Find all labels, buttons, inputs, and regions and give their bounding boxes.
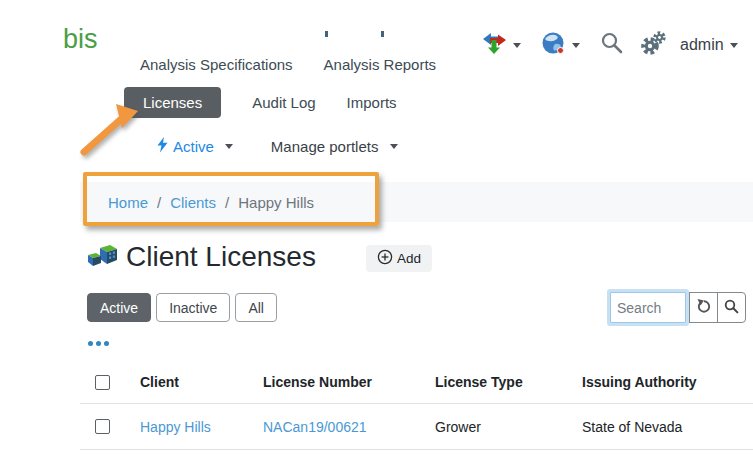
row-checkbox[interactable] [95, 419, 110, 434]
breadcrumb-home-link[interactable]: Home [108, 194, 148, 211]
globe-icon [541, 31, 566, 60]
language-menu-button[interactable] [541, 31, 580, 60]
header-client: Client [140, 374, 263, 390]
filter-inactive-button[interactable]: Inactive [156, 293, 230, 322]
breadcrumb-current: Happy Hills [238, 194, 314, 211]
workflow-menu-button[interactable] [481, 31, 521, 59]
filter-active-button[interactable]: Active [87, 293, 151, 322]
table-row: Happy Hills NACan19/00621 Grower State o… [80, 404, 753, 450]
header-license-type: License Type [435, 374, 582, 390]
manage-portlets-dropdown[interactable]: Manage portlets [271, 138, 399, 155]
main-nav: Analysis Specifications Analysis Reports [140, 56, 436, 73]
annotation-arrow [80, 100, 142, 158]
page-title: Client Licenses [126, 241, 316, 273]
cropped-text-artifact [381, 31, 384, 37]
user-menu-button[interactable]: admin [680, 36, 738, 54]
dot [88, 341, 93, 346]
header-issuing-authority: Issuing Authority [582, 374, 753, 390]
dot [96, 341, 101, 346]
breadcrumb-clients-link[interactable]: Clients [170, 194, 216, 211]
search-icon [600, 31, 624, 59]
gears-icon [638, 30, 668, 60]
licenses-table: Client License Number License Type Issui… [80, 361, 753, 450]
chevron-down-icon [390, 144, 398, 149]
row-client-link[interactable]: Happy Hills [140, 419, 211, 435]
table-header-row: Client License Number License Type Issui… [80, 361, 753, 404]
client-building-icon [86, 243, 118, 275]
portlet-bar: Active Manage portlets [157, 137, 398, 156]
client-licenses-page: bis [0, 0, 753, 464]
settings-button[interactable] [638, 30, 668, 60]
nav-item-analysis-specifications[interactable]: Analysis Specifications [140, 56, 293, 73]
manage-portlets-label: Manage portlets [271, 138, 379, 155]
lightning-icon [157, 137, 168, 156]
state-filter-label: Active [173, 138, 214, 155]
select-all-checkbox[interactable] [95, 375, 110, 390]
global-search-button[interactable] [600, 31, 624, 59]
add-button-label: Add [397, 251, 421, 266]
row-license-type: Grower [435, 419, 582, 435]
circle-plus-icon [377, 249, 393, 268]
search-input[interactable] [610, 292, 686, 323]
cropped-text-artifact [325, 31, 328, 37]
chevron-down-icon [225, 144, 233, 149]
section-tabs: Licenses Audit Log Imports [124, 87, 397, 118]
state-filter-buttons: Active Inactive All [87, 293, 277, 322]
more-options-toggle[interactable] [88, 341, 109, 346]
brand-logo[interactable]: bis [63, 24, 98, 55]
user-menu-label: admin [680, 36, 724, 54]
header-checkbox-cell [80, 375, 140, 390]
breadcrumb-separator: / [225, 194, 229, 211]
tab-imports[interactable]: Imports [347, 87, 397, 118]
breadcrumb-separator: / [157, 194, 161, 211]
listing-search-group [610, 292, 746, 323]
search-button[interactable] [717, 292, 746, 323]
reset-search-button[interactable] [689, 292, 718, 323]
search-icon [724, 299, 739, 317]
reset-icon [696, 298, 712, 317]
row-checkbox-cell [80, 419, 140, 434]
topbar-icon-group: admin [481, 31, 738, 59]
chevron-down-icon [572, 43, 580, 48]
workflow-icon [481, 31, 507, 59]
filter-all-button[interactable]: All [235, 293, 277, 322]
nav-item-analysis-reports[interactable]: Analysis Reports [324, 56, 437, 73]
breadcrumb: Home / Clients / Happy Hills [108, 194, 314, 211]
row-license-number-link[interactable]: NACan19/00621 [263, 419, 367, 435]
dot [104, 341, 109, 346]
chevron-down-icon [513, 43, 521, 48]
add-button[interactable]: Add [366, 245, 432, 272]
row-issuing-authority: State of Nevada [582, 419, 753, 435]
header-license-number: License Number [263, 374, 435, 390]
chevron-down-icon [730, 43, 738, 48]
state-filter-dropdown[interactable]: Active [157, 137, 233, 156]
breadcrumb-bar: Home / Clients / Happy Hills [80, 182, 753, 222]
tab-audit-log[interactable]: Audit Log [252, 87, 315, 118]
